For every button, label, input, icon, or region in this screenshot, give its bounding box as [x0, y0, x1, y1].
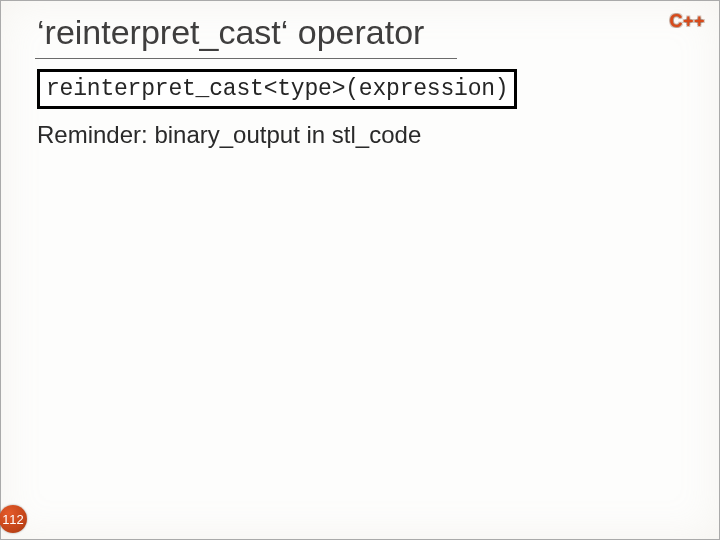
- slide-container: ‘reinterpret_cast‘ operator reinterpret_…: [0, 0, 720, 540]
- slide-title: ‘reinterpret_cast‘ operator: [35, 9, 457, 59]
- page-number-badge: 112: [0, 505, 27, 533]
- code-syntax-text: reinterpret_cast<type>(expression): [46, 76, 508, 102]
- language-badge: C++: [669, 11, 705, 32]
- reminder-text: Reminder: binary_output in stl_code: [37, 121, 421, 149]
- code-syntax-box: reinterpret_cast<type>(expression): [37, 69, 517, 109]
